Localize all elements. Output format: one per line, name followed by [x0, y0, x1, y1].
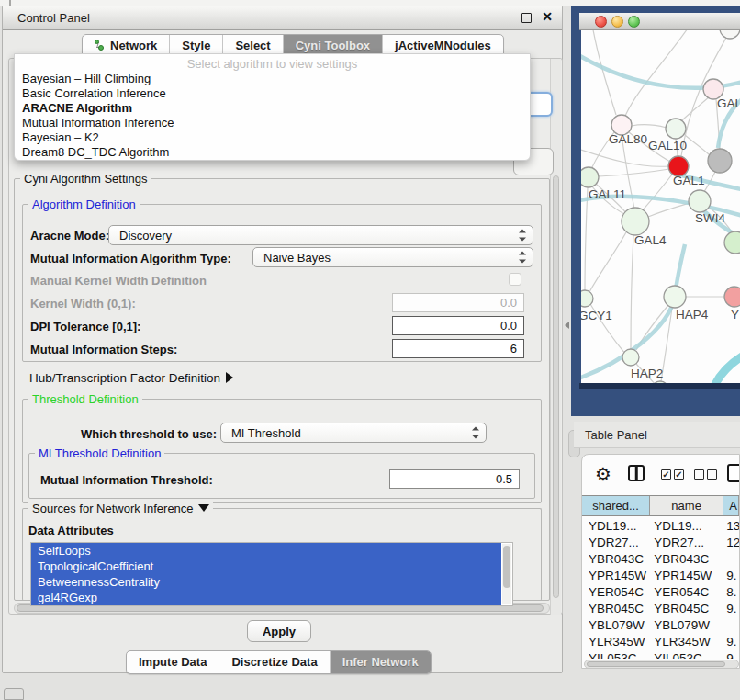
network-tab-icon: [95, 40, 106, 51]
bottom-tabbar: Impute Data Discretize Data Infer Networ…: [126, 650, 432, 674]
data-attributes-list[interactable]: SelfLoops TopologicalCoefficient Between…: [30, 542, 513, 606]
table-panel-card: ⚙ ✓ ✓ shared... name A YDL19...YDL19...1…: [581, 454, 740, 669]
network-window-titlebar: [579, 13, 740, 30]
table-horizontal-scrollbar[interactable]: [584, 660, 739, 669]
dropdown-item[interactable]: Basic Correlation Inference: [15, 86, 530, 101]
threshold-definition-group: Threshold Definition Which threshold to …: [22, 399, 542, 503]
unchecked-checkbox-icon[interactable]: [707, 469, 717, 480]
table-scrollbar-thumb[interactable]: [587, 661, 725, 667]
which-threshold-combobox[interactable]: MI Threshold: [220, 423, 487, 443]
dropdown-item[interactable]: Bayesian – Hill Climbing: [15, 72, 530, 86]
table-row[interactable]: YBL079WYBL079W: [582, 617, 739, 634]
zoom-traffic-light-icon[interactable]: [628, 16, 640, 28]
kernel-width-label: Kernel Width (0,1):: [30, 297, 136, 310]
tab-discretize-data[interactable]: Discretize Data: [219, 651, 329, 673]
checked-checkbox-icon[interactable]: ✓: [661, 469, 671, 480]
combo-stepper-icon: [519, 230, 526, 242]
hub-section-toggle[interactable]: Hub/Transcription Factor Definition: [29, 371, 233, 385]
cyni-algorithm-settings-title: Cyni Algorithm Settings: [20, 172, 151, 186]
float-window-icon[interactable]: [521, 13, 532, 23]
splitter-collapse-icon[interactable]: [565, 322, 569, 329]
node-label: GCY1: [581, 309, 612, 322]
minimized-panel-icon[interactable]: [4, 688, 24, 700]
tab-infer-network[interactable]: Infer Network: [330, 651, 431, 673]
manual-kernel-width-checkbox[interactable]: [509, 273, 521, 286]
table-row[interactable]: YLR345WYLR345W9.: [582, 634, 739, 650]
algorithm-dropdown-popup: Select algorithm to view settings Bayesi…: [14, 53, 531, 161]
network-node[interactable]: [708, 149, 732, 173]
column-header-shared-name[interactable]: shared...: [582, 496, 650, 515]
network-node[interactable]: [666, 119, 686, 139]
close-icon[interactable]: ✕: [542, 9, 553, 24]
list-item[interactable]: TopologicalCoefficient: [31, 559, 501, 574]
dpi-tolerance-label: DPI Tolerance [0,1]:: [30, 320, 140, 333]
network-node[interactable]: [622, 349, 639, 366]
unchecked-checkbox-icon[interactable]: [694, 469, 704, 480]
vertical-scrollbar-thumb[interactable]: [553, 175, 559, 598]
checked-checkbox-icon[interactable]: ✓: [674, 469, 684, 480]
table-row[interactable]: YBR045CYBR045C9.: [582, 601, 739, 617]
node-label: HAP2: [631, 367, 663, 380]
algorithm-definition-title: Algorithm Definition: [28, 198, 140, 211]
mi-algorithm-type-label: Mutual Information Algorithm Type:: [30, 252, 231, 265]
network-node[interactable]: [689, 190, 711, 212]
table-row[interactable]: YER054CYER054C8.: [582, 584, 739, 601]
list-item[interactable]: SelfLoops: [31, 543, 501, 559]
dropdown-item[interactable]: Bayesian – K2: [15, 130, 530, 145]
tab-impute-data[interactable]: Impute Data: [127, 651, 219, 673]
list-scrollbar[interactable]: [502, 544, 511, 604]
network-node[interactable]: [724, 231, 740, 254]
network-window-bottom-shadow: [579, 383, 740, 389]
close-traffic-light-icon[interactable]: [595, 16, 607, 28]
column-header-name[interactable]: name: [650, 496, 723, 515]
minimize-traffic-light-icon[interactable]: [611, 16, 623, 28]
settings-vertical-scrollbar[interactable]: [550, 59, 561, 615]
aracne-mode-combobox[interactable]: Discovery: [108, 225, 533, 245]
node-label: GAL1: [673, 174, 705, 187]
table-row[interactable]: YDL19...YDL19...13: [582, 518, 739, 535]
sources-group: Sources for Network Inference Data Attri…: [22, 508, 542, 601]
table-row[interactable]: YIL053CYIL053C9: [582, 650, 739, 659]
cyni-algorithm-settings-group: Cyni Algorithm Settings Algorithm Defini…: [14, 178, 550, 601]
dpi-tolerance-field[interactable]: 0.0: [392, 316, 524, 335]
which-threshold-label: Which threshold to use:: [81, 427, 217, 441]
table-row[interactable]: YPR145WYPR145W9.: [582, 568, 739, 584]
apply-button[interactable]: Apply: [247, 620, 311, 642]
table-row[interactable]: YBR043CYBR043C: [582, 551, 739, 568]
kernel-width-field[interactable]: 0.0: [392, 293, 524, 312]
network-node[interactable]: [581, 290, 593, 307]
network-canvas[interactable]: GAL GAL80 GAL10 GAL1 GAL11 SWI4 GAL4 GCY…: [581, 30, 740, 383]
dropdown-item-selected[interactable]: ARACNE Algorithm: [15, 101, 530, 116]
mi-steps-field[interactable]: 6: [392, 339, 524, 358]
list-item[interactable]: BetweennessCentrality: [31, 574, 501, 590]
file-icon[interactable]: [727, 464, 740, 482]
combo-stepper-icon: [472, 427, 479, 439]
mi-threshold-field[interactable]: 0.5: [389, 469, 520, 489]
algorithm-definition-group: Algorithm Definition Aracne Mode: Discov…: [22, 204, 542, 362]
mi-algorithm-type-combobox[interactable]: Naive Bayes: [252, 247, 533, 267]
network-graph: [581, 30, 740, 383]
network-node[interactable]: [622, 208, 649, 235]
network-node[interactable]: [720, 30, 740, 39]
network-view-window: GAL GAL80 GAL10 GAL1 GAL11 SWI4 GAL4 GCY…: [571, 6, 740, 416]
data-attributes-label: Data Attributes: [28, 524, 114, 537]
gear-icon[interactable]: ⚙: [595, 465, 611, 483]
network-node[interactable]: [724, 287, 740, 307]
dropdown-item[interactable]: Mutual Information Inference: [15, 116, 530, 130]
list-scrollbar-thumb[interactable]: [503, 546, 510, 588]
column-layout-icon[interactable]: [628, 465, 645, 481]
control-panel-window: Control Panel ✕ Network Style Select Cyn…: [2, 6, 563, 673]
mi-threshold-label: Mutual Information Threshold:: [40, 473, 213, 487]
node-label: GAL10: [648, 139, 687, 152]
list-item[interactable]: gal4RGexp: [31, 590, 501, 605]
table-panel-header: Table Panel: [574, 422, 740, 448]
table-row[interactable]: YDR27...YDR27...12: [582, 535, 739, 551]
dropdown-item[interactable]: Dream8 DC_TDC Algorithm: [15, 145, 530, 160]
network-node[interactable]: [664, 286, 686, 308]
dropdown-placeholder: Select algorithm to view settings: [15, 54, 530, 72]
network-edge-thick: [712, 354, 740, 383]
node-label: HAP4: [676, 308, 708, 322]
sources-title[interactable]: Sources for Network Inference: [28, 502, 213, 515]
column-header-clipped[interactable]: A: [723, 496, 739, 515]
network-node[interactable]: [581, 167, 599, 187]
